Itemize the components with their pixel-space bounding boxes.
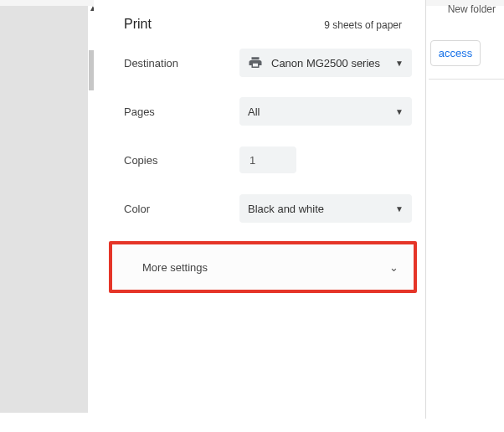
access-button[interactable]: access	[430, 40, 481, 66]
destination-value: Canon MG2500 series	[271, 57, 395, 69]
more-settings-button[interactable]: More settings ⌄	[109, 241, 417, 293]
chevron-down-icon: ▼	[395, 204, 404, 213]
copies-row: Copies 1	[124, 136, 412, 184]
destination-row: Destination Canon MG2500 series ▼	[124, 39, 412, 87]
color-row: Color Black and white ▼	[124, 184, 412, 233]
pages-label: Pages	[124, 105, 239, 118]
print-title: Print	[124, 17, 152, 32]
background-divider	[429, 79, 504, 80]
color-value: Black and white	[248, 203, 395, 215]
destination-label: Destination	[124, 57, 239, 69]
pages-select[interactable]: All ▼	[239, 97, 412, 126]
more-settings-label: More settings	[142, 261, 208, 274]
print-header: Print 9 sheets of paper	[94, 0, 425, 32]
printer-icon	[248, 55, 263, 70]
chevron-down-icon: ▼	[395, 59, 404, 68]
chevron-down-icon: ▼	[395, 107, 404, 116]
background-gray-area	[0, 0, 88, 413]
pages-row: Pages All ▼	[124, 87, 412, 136]
color-label: Color	[124, 203, 239, 215]
sheets-of-paper: 9 sheets of paper	[324, 19, 402, 31]
pages-value: All	[248, 105, 395, 118]
copies-value: 1	[249, 154, 255, 167]
copies-input[interactable]: 1	[239, 147, 296, 173]
color-select[interactable]: Black and white ▼	[239, 194, 412, 223]
new-folder-label[interactable]: New folder	[448, 3, 496, 15]
chevron-down-icon: ⌄	[389, 261, 399, 274]
print-options: Destination Canon MG2500 series ▼ Pages …	[94, 32, 425, 293]
copies-label: Copies	[124, 154, 239, 167]
destination-select[interactable]: Canon MG2500 series ▼	[239, 49, 412, 77]
print-dialog: Print 9 sheets of paper Destination Cano…	[94, 0, 426, 419]
